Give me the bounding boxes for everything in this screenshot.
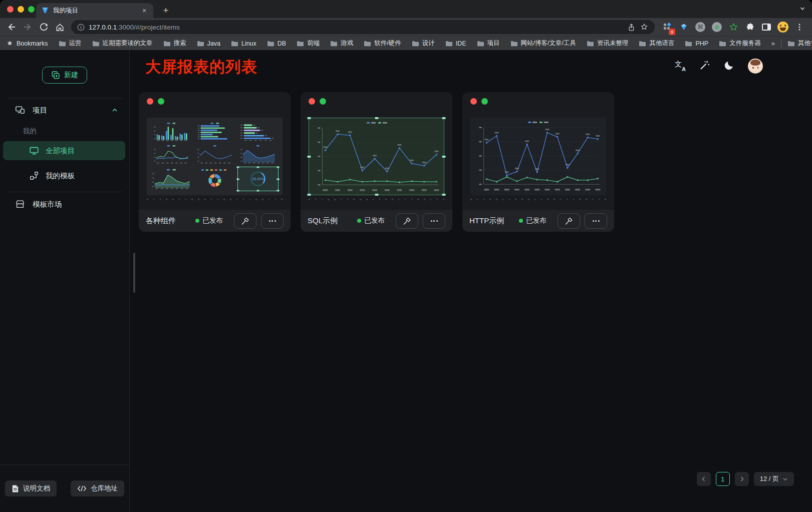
extension-record-icon[interactable] <box>710 21 723 34</box>
extensions-puzzle-icon[interactable] <box>743 21 756 34</box>
bookmark-folder[interactable]: 近期需要读的文章 <box>92 39 153 48</box>
project-card[interactable]: HTTP示例 已发布 <box>462 92 614 232</box>
extension-command-icon[interactable]: ⌘ <box>694 21 707 34</box>
sidebar-item-all-projects[interactable]: 全部项目 <box>3 141 125 160</box>
sidebar-item-my-templates[interactable]: 我的模板 <box>3 166 125 185</box>
bookmark-star-icon[interactable] <box>640 23 649 32</box>
selection-handle[interactable] <box>257 167 259 168</box>
selection-handle[interactable] <box>277 167 279 168</box>
selection-handle[interactable] <box>375 117 378 119</box>
page-size-select[interactable]: 12 / 页 <box>754 472 794 486</box>
extension-star-icon[interactable] <box>727 21 740 34</box>
bookmark-folder[interactable]: Java <box>197 40 220 47</box>
selection-handle[interactable] <box>308 156 311 158</box>
dot <box>249 199 251 200</box>
extension-grid-icon[interactable]: 9 <box>661 21 674 34</box>
dark-mode-moon-icon[interactable] <box>724 60 734 73</box>
share-icon[interactable] <box>627 23 636 32</box>
more-actions-button[interactable] <box>261 213 284 229</box>
address-bar[interactable]: 127.0.0.1:3000/#/project/items <box>71 20 655 34</box>
bookmark-folder[interactable]: Linux <box>231 40 256 47</box>
dot <box>347 199 349 200</box>
selection-handle[interactable] <box>277 190 279 192</box>
edit-project-button[interactable] <box>558 213 580 229</box>
docs-button[interactable]: 说明文档 <box>5 480 57 496</box>
repo-button[interactable]: 仓库地址 <box>71 480 124 496</box>
bookmark-folder[interactable]: 游戏 <box>330 39 353 48</box>
selection-handle[interactable] <box>308 117 311 119</box>
back-button[interactable] <box>4 20 19 35</box>
bookmark-folder[interactable]: PHP <box>685 40 708 47</box>
minimize-window-button[interactable] <box>18 6 24 13</box>
selection-handle[interactable] <box>442 117 446 119</box>
current-page-button[interactable]: 1 <box>716 472 730 486</box>
selection-handle[interactable] <box>442 156 446 158</box>
next-page-button[interactable] <box>735 472 749 486</box>
browser-menu-icon[interactable] <box>793 21 806 34</box>
tab-close-icon[interactable]: × <box>140 7 148 15</box>
dot <box>567 199 568 200</box>
mini-chart-hbar <box>194 122 235 142</box>
selection-handle[interactable] <box>308 194 311 196</box>
project-preview-thumbnail[interactable] <box>309 118 444 195</box>
selection-handle[interactable] <box>442 194 446 196</box>
bookmark-folder[interactable]: 网站/博客/文章/工具 <box>510 39 576 48</box>
bookmark-folder[interactable]: 设计 <box>412 39 435 48</box>
browser-tab-strip: 我的项目 × + <box>0 0 812 18</box>
project-card[interactable]: SQL示例 已发布 <box>301 92 452 232</box>
chevron-up-icon[interactable] <box>111 107 118 114</box>
gauge-widget-selected[interactable]: 25.00% <box>237 167 279 191</box>
bookmark-folder[interactable]: 前端 <box>297 39 320 48</box>
sidebar-section-project[interactable]: 项目 <box>15 102 118 118</box>
side-panel-icon[interactable] <box>760 21 773 34</box>
selection-handle[interactable] <box>257 190 259 192</box>
site-info-icon[interactable] <box>77 24 85 31</box>
home-button[interactable] <box>52 20 67 35</box>
profile-avatar-icon[interactable] <box>776 21 789 34</box>
bookmark-folder[interactable]: DB <box>267 40 286 47</box>
browser-tab[interactable]: 我的项目 × <box>36 3 153 18</box>
selection-handle[interactable] <box>237 190 239 192</box>
selection-handle[interactable] <box>237 167 239 168</box>
dot <box>281 199 283 200</box>
project-card[interactable]: 25.00% 各种组件 已发布 <box>139 92 291 232</box>
mini-chart-line2 <box>151 144 192 164</box>
sidebar-item-template-market[interactable]: 模板市场 <box>15 196 118 213</box>
card-decoration-dots <box>309 98 326 105</box>
tab-search-icon[interactable] <box>799 5 806 14</box>
user-avatar[interactable] <box>748 59 763 74</box>
bookmark-folder[interactable]: 资讯未整理 <box>587 39 629 48</box>
bookmark-folder[interactable]: IDE <box>445 40 466 47</box>
bookmark-folder[interactable]: 运营 <box>59 39 82 48</box>
bookmarks-overflow-icon[interactable]: » <box>771 40 775 47</box>
bookmark-folder[interactable]: 搜索 <box>163 39 186 48</box>
bookmark-folder[interactable]: 文件服务器 <box>719 39 761 48</box>
folder-icon <box>412 40 419 47</box>
browser-toolbar: 127.0.0.1:3000/#/project/items 9 ⌘ <box>0 18 812 36</box>
edit-project-button[interactable] <box>396 213 418 229</box>
new-tab-button[interactable]: + <box>159 4 172 17</box>
folder-icon <box>477 40 484 47</box>
extension-gem-icon[interactable] <box>677 21 690 34</box>
scrollbar-thumb[interactable] <box>133 253 135 293</box>
project-preview-thumbnail[interactable] <box>470 118 606 195</box>
language-icon[interactable]: 文A <box>675 61 686 72</box>
close-window-button[interactable] <box>7 6 14 13</box>
new-project-button[interactable]: 新建 <box>42 67 87 84</box>
theme-wand-icon[interactable] <box>699 60 710 73</box>
project-preview-thumbnail[interactable]: 25.00% <box>147 118 283 195</box>
bookmark-folder[interactable]: 其他语言 <box>639 39 674 48</box>
reload-button[interactable] <box>36 20 51 35</box>
selection-handle[interactable] <box>375 194 378 196</box>
prev-page-button[interactable] <box>697 472 711 486</box>
other-bookmarks[interactable]: 其他书签 <box>787 39 812 48</box>
bookmark-folder[interactable]: 软件/硬件 <box>364 39 401 48</box>
more-actions-button[interactable] <box>423 213 445 229</box>
zoom-window-button[interactable] <box>28 6 35 13</box>
bookmark-folder[interactable]: 项目 <box>477 39 500 48</box>
bookmark-item-starred[interactable]: Bookmarks <box>6 40 48 47</box>
more-actions-button[interactable] <box>585 213 607 229</box>
edit-project-button[interactable] <box>234 213 256 229</box>
forward-button[interactable] <box>20 20 35 35</box>
folder-icon <box>510 40 518 47</box>
